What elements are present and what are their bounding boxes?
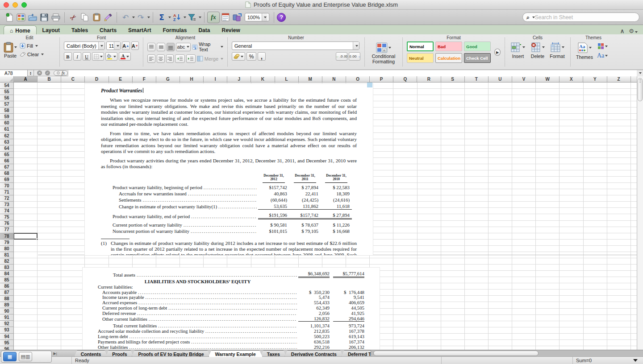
cell-style-neutral[interactable]: Neutral (407, 53, 434, 63)
theme-colors-button[interactable] (597, 43, 608, 50)
align-top-button[interactable] (147, 43, 155, 51)
text-orientation-button[interactable]: abc (176, 43, 191, 51)
cell-style-check-cell[interactable]: Check Cell (464, 53, 491, 63)
delete-cells-button[interactable]: Delete (529, 42, 547, 59)
number-format-combo[interactable]: General (232, 41, 359, 50)
fill-button[interactable]: Fill (20, 43, 44, 49)
row-header-81[interactable]: 81 (0, 252, 14, 258)
ribbon-tab-smartart[interactable]: SmartArt (122, 25, 157, 34)
column-header-W[interactable]: W (536, 76, 559, 83)
new-workbook-icon[interactable] (4, 12, 15, 23)
embedded-balance-sheet-image[interactable]: Total assets ...........................… (83, 268, 380, 350)
search-input[interactable] (535, 14, 635, 21)
undo-dropdown-caret[interactable] (132, 17, 135, 18)
formula-input[interactable] (68, 70, 637, 76)
row-header-76[interactable]: 76 (0, 220, 14, 227)
increase-indent-button[interactable] (186, 54, 196, 63)
redo-dropdown-caret[interactable] (147, 17, 150, 18)
row-header-82[interactable]: 82 (0, 258, 14, 265)
sheet-tab-proofs[interactable]: Proofs (105, 350, 134, 357)
sum-dropdown-caret[interactable] (633, 359, 638, 362)
column-header-V[interactable]: V (512, 76, 536, 83)
toolbox-icon[interactable] (220, 12, 231, 23)
format-cells-button[interactable]: Format (548, 42, 566, 59)
column-header-K[interactable]: K (251, 76, 275, 83)
cancel-entry-icon[interactable]: ✕ (37, 70, 42, 75)
filter-dropdown-caret[interactable] (199, 17, 201, 18)
row-header-80[interactable]: 80 (0, 246, 14, 252)
column-header-H[interactable]: H (180, 76, 204, 83)
sort-icon[interactable]: AZ (171, 12, 182, 23)
active-cell[interactable] (13, 233, 38, 240)
ribbon-tab-tables[interactable]: Tables (66, 25, 94, 34)
open-icon[interactable] (27, 12, 38, 23)
column-header-I[interactable]: I (204, 76, 227, 83)
row-header-77[interactable]: 77 (0, 227, 14, 233)
autosum-icon[interactable]: Σ (156, 12, 167, 23)
row-header-71[interactable]: 71 (0, 189, 14, 195)
row-header-91[interactable]: 91 (0, 314, 14, 321)
row-header-78[interactable]: 78 (0, 233, 14, 240)
row-header-67[interactable]: 67 (0, 164, 14, 170)
row-header-56[interactable]: 56 (0, 95, 14, 101)
ribbon-tab-layout[interactable]: Layout (37, 25, 66, 34)
row-header-94[interactable]: 94 (0, 334, 14, 340)
name-box-stepper[interactable]: ▲▼ (28, 70, 34, 76)
vertical-scrollbar-thumb[interactable] (638, 78, 643, 101)
row-header-54[interactable]: 54 (0, 83, 14, 89)
row-header-84[interactable]: 84 (0, 271, 14, 277)
bold-button[interactable]: B (64, 52, 72, 61)
column-header-C[interactable]: C (61, 76, 85, 83)
increase-decimal-button[interactable]: ←.0.00 (336, 52, 347, 61)
search-icon[interactable]: ⌕ (526, 14, 530, 21)
row-header-87[interactable]: 87 (0, 290, 14, 296)
row-header-69[interactable]: 69 (0, 177, 14, 183)
ribbon-tab-data[interactable]: Data (192, 25, 216, 34)
row-header-90[interactable]: 90 (0, 308, 14, 314)
align-left-button[interactable] (147, 54, 155, 63)
borders-button[interactable] (92, 52, 104, 61)
zoom-window-button[interactable] (21, 2, 27, 8)
help-icon[interactable]: ? (277, 13, 286, 22)
column-header-B[interactable]: B (38, 76, 61, 83)
merge-button[interactable]: Merge (197, 56, 223, 62)
decrease-indent-button[interactable] (175, 54, 184, 63)
format-painter-icon[interactable] (103, 12, 113, 23)
row-header-59[interactable]: 59 (0, 114, 14, 120)
print-icon[interactable] (50, 12, 61, 23)
sheet-tab-derivative-contracts[interactable]: Derivative Contracts (284, 350, 343, 357)
row-header-60[interactable]: 60 (0, 120, 14, 126)
search-box[interactable]: ⌕ (522, 12, 639, 22)
column-header-Z[interactable]: Z (607, 76, 631, 83)
font-size-combo[interactable]: 11 (106, 41, 121, 50)
ribbon-tab-charts[interactable]: Charts (94, 25, 122, 34)
paste-dropdown-caret[interactable] (14, 46, 17, 48)
copy-icon[interactable] (79, 12, 90, 23)
column-header-R[interactable]: R (417, 76, 441, 83)
row-header-68[interactable]: 68 (0, 170, 14, 177)
row-header-92[interactable]: 92 (0, 321, 14, 327)
sheet-tab-contents[interactable]: Contents (74, 350, 108, 357)
grow-font-button[interactable]: A▲ (122, 41, 129, 50)
shrink-font-button[interactable]: A▼ (131, 41, 139, 50)
row-header-86[interactable]: 86 (0, 283, 14, 290)
row-header-57[interactable]: 57 (0, 101, 14, 108)
row-header-74[interactable]: 74 (0, 208, 14, 214)
horizontal-scrollbar-thumb[interactable] (373, 351, 539, 356)
ribbon-tab-home[interactable]: ⌂Home (4, 25, 37, 34)
themes-button[interactable]: Aa Themes (575, 42, 594, 60)
column-header-G[interactable]: G (156, 76, 180, 83)
horizontal-scrollbar[interactable] (371, 350, 643, 357)
zoom-control[interactable]: 100% (245, 13, 269, 21)
more-styles-button[interactable]: ▶ (494, 49, 501, 56)
conditional-formatting-button[interactable] (376, 42, 391, 53)
cell-style-normal[interactable]: Normal (407, 41, 434, 51)
font-color-button[interactable]: A (119, 52, 131, 61)
sort-dropdown-caret[interactable] (184, 17, 186, 18)
accounting-format-button[interactable] (232, 52, 245, 61)
media-browser-icon[interactable] (232, 12, 242, 23)
sheet-tab-proofs-of-ev-to-equity-bridge[interactable]: Proofs of EV to Equity Bridge (132, 350, 211, 357)
row-header-63[interactable]: 63 (0, 139, 14, 145)
minimize-window-button[interactable] (13, 2, 18, 8)
row-header-83[interactable]: 83 (0, 265, 14, 271)
